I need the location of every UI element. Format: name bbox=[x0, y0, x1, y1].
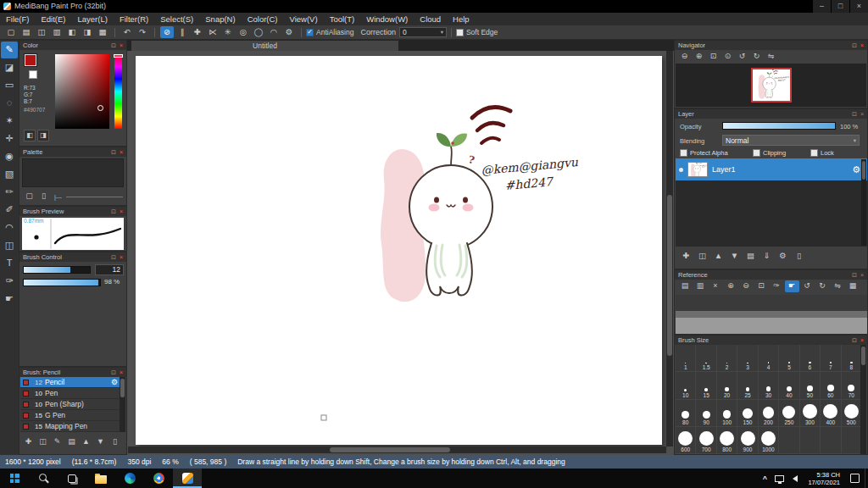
open-reference-icon[interactable]: ▤ bbox=[678, 280, 693, 292]
close-button[interactable]: × bbox=[849, 0, 868, 13]
hue-slider[interactable] bbox=[114, 54, 122, 129]
ref-zoom-fit-icon[interactable]: ⊡ bbox=[754, 280, 769, 292]
brush-size-250[interactable]: 250 bbox=[779, 400, 799, 427]
minimize-button[interactable]: – bbox=[812, 0, 831, 13]
rgb-mode-icon[interactable]: ◧ bbox=[24, 130, 36, 141]
show-desktop-button[interactable] bbox=[865, 469, 868, 488]
delete-layer-icon[interactable]: ▯ bbox=[792, 250, 807, 263]
add-palette-color-icon[interactable]: ▢ bbox=[23, 191, 36, 202]
delete-palette-color-icon[interactable]: ▯ bbox=[37, 191, 51, 202]
lasso-select-tool[interactable]: ◌ bbox=[1, 95, 18, 112]
protect-alpha-checkbox[interactable]: Protect Alpha bbox=[680, 149, 728, 157]
close-icon[interactable]: × bbox=[120, 42, 123, 49]
brush-size-1000[interactable]: 1000 bbox=[759, 427, 779, 454]
close-icon[interactable]: × bbox=[120, 254, 123, 261]
eraser-tool[interactable]: ◪ bbox=[1, 59, 18, 76]
brush-tool[interactable]: ✎ bbox=[1, 42, 18, 58]
brush-size-150[interactable]: 150 bbox=[737, 400, 758, 427]
flip-horizontal-icon[interactable]: ⇋ bbox=[765, 51, 778, 63]
ref-zoom-in-icon[interactable]: ⊕ bbox=[724, 280, 738, 292]
ref-flip-icon[interactable]: ⇋ bbox=[831, 280, 845, 292]
magic-wand-tool[interactable]: ✶ bbox=[1, 113, 18, 130]
menu-cloud[interactable]: Cloud bbox=[414, 13, 447, 25]
brush-size-500[interactable]: 500 bbox=[842, 400, 862, 427]
add-layer-folder-icon[interactable]: ▤ bbox=[743, 250, 759, 263]
snap-off-icon[interactable]: ⊘ bbox=[160, 26, 174, 38]
new-canvas-icon[interactable]: ▢ bbox=[4, 26, 18, 38]
cloud-material-icon[interactable]: ▦ bbox=[96, 26, 109, 38]
brush-item-mapping-pen[interactable]: 15Mapping Pen bbox=[20, 421, 120, 432]
brush-item-g-pen[interactable]: 15G Pen bbox=[20, 410, 120, 421]
rect-select-tool[interactable]: ▭ bbox=[1, 77, 18, 94]
brush-item-pencil[interactable]: 12Pencil⚙ bbox=[20, 377, 120, 388]
ref-rotate-ccw-icon[interactable]: ↺ bbox=[800, 280, 815, 292]
brush-opacity-slider[interactable] bbox=[23, 279, 101, 286]
menu-color[interactable]: Color(C) bbox=[242, 13, 284, 25]
popout-icon[interactable]: ⊡ bbox=[852, 42, 857, 49]
gradient-tool[interactable]: ▧ bbox=[1, 166, 18, 183]
divide-tool[interactable]: ◫ bbox=[1, 237, 18, 254]
menu-view[interactable]: View(V) bbox=[284, 13, 324, 25]
select-eraser-tool[interactable]: ✐ bbox=[1, 202, 18, 219]
menu-layer[interactable]: Layer(L) bbox=[72, 13, 114, 25]
duplicate-brush-icon[interactable]: ◫ bbox=[36, 436, 50, 448]
zoom-in-icon[interactable]: ⊕ bbox=[693, 51, 706, 63]
save-icon[interactable]: ◫ bbox=[35, 26, 48, 38]
correction-dropdown[interactable]: 0 ▾ bbox=[399, 27, 447, 37]
merge-layer-icon[interactable]: ⇓ bbox=[760, 250, 775, 263]
brush-down-icon[interactable]: ▼ bbox=[94, 436, 108, 448]
duplicate-layer-icon[interactable]: ◫ bbox=[695, 250, 710, 263]
lock-checkbox[interactable]: Lock bbox=[810, 149, 834, 157]
close-icon[interactable]: × bbox=[860, 111, 864, 118]
layer-opacity-slider[interactable] bbox=[722, 122, 836, 130]
undo-icon[interactable]: ↶ bbox=[120, 26, 134, 38]
popout-icon[interactable]: ⊡ bbox=[111, 254, 116, 261]
popout-icon[interactable]: ⊡ bbox=[852, 111, 857, 118]
start-button[interactable] bbox=[0, 469, 29, 488]
snap-cross-icon[interactable]: ✚ bbox=[191, 26, 204, 38]
navigator-preview[interactable] bbox=[676, 64, 866, 107]
popout-icon[interactable]: ⊡ bbox=[852, 337, 857, 344]
reference-preview[interactable] bbox=[676, 295, 867, 334]
zoom-reset-icon[interactable]: ⊙ bbox=[721, 51, 735, 63]
task-view-button[interactable] bbox=[58, 469, 86, 488]
popout-icon[interactable]: ⊡ bbox=[111, 369, 116, 376]
brush-size-900[interactable]: 900 bbox=[737, 427, 758, 454]
close-icon[interactable]: × bbox=[120, 208, 123, 215]
brush-size-30[interactable]: 30 bbox=[759, 372, 779, 399]
search-button[interactable] bbox=[29, 469, 58, 488]
brush-size-10[interactable]: 10 bbox=[676, 372, 696, 399]
select-pen-tool[interactable]: ✏ bbox=[1, 184, 18, 201]
brush-size-2[interactable]: 2 bbox=[717, 345, 737, 372]
canvas[interactable]: ? @kem@giangvu #hd247 bbox=[136, 56, 662, 445]
ref-grid-icon[interactable]: ▦ bbox=[846, 280, 860, 292]
foreground-color-swatch[interactable] bbox=[25, 54, 36, 66]
layer-up-icon[interactable]: ▲ bbox=[711, 250, 726, 263]
chrome-button[interactable] bbox=[144, 469, 173, 488]
brush-size-1[interactable]: 1 bbox=[676, 345, 696, 372]
snap-circle-icon[interactable]: ◎ bbox=[236, 26, 250, 38]
zoom-out-icon[interactable]: ⊖ bbox=[678, 51, 692, 63]
brush-size-100[interactable]: 100 bbox=[717, 400, 737, 427]
saturation-value-picker[interactable] bbox=[55, 54, 109, 129]
menu-snap[interactable]: Snap(N) bbox=[199, 13, 241, 25]
brush-size-4[interactable]: 4 bbox=[759, 345, 779, 372]
ref-zoom-out-icon[interactable]: ⊖ bbox=[739, 280, 754, 292]
ref-hand-icon[interactable]: ☛ bbox=[785, 280, 799, 292]
brush-size-5[interactable]: 5 bbox=[779, 345, 799, 372]
brush-size-6[interactable]: 6 bbox=[800, 345, 821, 372]
brush-size-3[interactable]: 3 bbox=[737, 345, 758, 372]
close-icon[interactable]: × bbox=[120, 149, 123, 156]
brush-size-15[interactable]: 15 bbox=[696, 372, 716, 399]
brush-size-slider[interactable] bbox=[23, 266, 91, 274]
menu-help[interactable]: Help bbox=[447, 13, 476, 25]
network-icon[interactable] bbox=[775, 475, 784, 482]
eyedropper-tool[interactable]: ✑ bbox=[1, 273, 18, 290]
paste-icon[interactable]: ◨ bbox=[81, 26, 94, 38]
brush-size-400[interactable]: 400 bbox=[821, 400, 841, 427]
hsv-mode-icon[interactable]: ◨ bbox=[37, 130, 49, 141]
add-brush-icon[interactable]: ✚ bbox=[22, 436, 36, 448]
snap-tool[interactable]: ◠ bbox=[1, 219, 18, 236]
brush-settings-gear-icon[interactable]: ⚙ bbox=[111, 378, 118, 386]
brush-size-1.5[interactable]: 1.5 bbox=[696, 345, 716, 372]
